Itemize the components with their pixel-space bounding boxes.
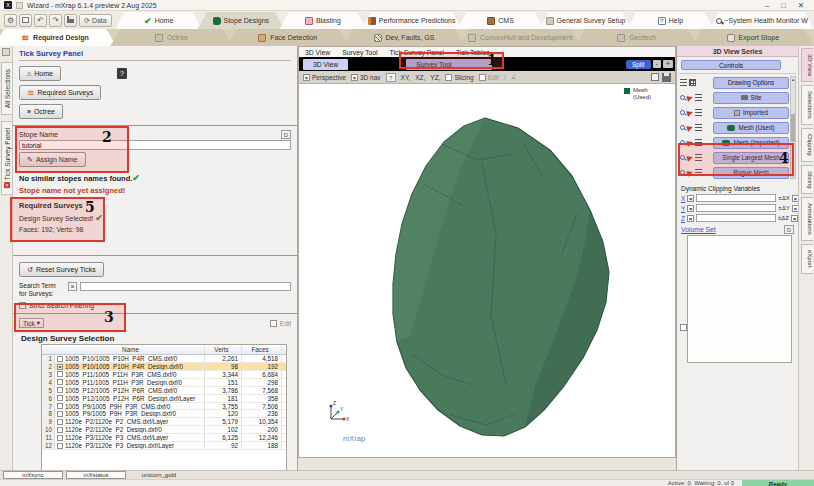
clear-search-icon[interactable]: × (68, 282, 77, 291)
edit-checkbox[interactable] (479, 74, 486, 81)
right-tab-3d-view[interactable]: 3D View (801, 48, 813, 82)
table-row[interactable]: 61005_P12/1005_P12H_P6R_Design.dxf/Layer… (42, 395, 286, 403)
add-view-button[interactable]: + (663, 60, 673, 68)
row-checkbox[interactable] (57, 419, 63, 425)
d-button[interactable]: D (281, 130, 291, 139)
window-layout-icon[interactable] (19, 14, 32, 27)
save-view-icon[interactable] (662, 73, 671, 82)
doc-tab-survey-tool[interactable]: Survey Tool (342, 49, 377, 56)
ribbon-tab-stope-designs[interactable]: Stope Designs (198, 12, 284, 29)
axis-label[interactable]: X (681, 195, 685, 202)
bottom-tab-mxsync[interactable]: mXsync (3, 471, 63, 479)
stope-mesh[interactable] (387, 112, 617, 442)
list-icon[interactable] (695, 124, 702, 131)
row-checkbox[interactable] (57, 435, 63, 441)
ribbon-tab-performance-predictions[interactable]: Performance Predictions (362, 12, 462, 29)
table-row[interactable]: 101120e_P2/1120e_P2_Design.dxf/0102200 (42, 426, 286, 434)
viewport-help-button[interactable]: ? (386, 73, 396, 82)
table-row[interactable]: 51005_P12/1005_P12H_P6R_CMS.dxf/03,7867,… (42, 387, 286, 395)
plane-xy-button[interactable]: XY, (401, 74, 411, 81)
slash-tool-icon[interactable]: / (504, 74, 506, 81)
row-checkbox[interactable] (57, 387, 63, 393)
row-checkbox[interactable] (57, 411, 63, 417)
sub-tab-face-detection[interactable]: Face Detection (227, 29, 349, 46)
tab-3d-view[interactable]: 3D View (303, 59, 348, 70)
row-checkbox[interactable] (57, 371, 63, 377)
bottom-tab-unicorn-gold[interactable]: unicorn_gold (129, 471, 189, 479)
row-checkbox[interactable] (57, 395, 63, 401)
home-button[interactable]: ⌂Home (19, 66, 61, 81)
table-row[interactable]: 41005_P11/1005_P11H_P3R_Design.dxf/01512… (42, 379, 286, 387)
zoom-icon[interactable] (680, 95, 685, 100)
list-icon[interactable] (680, 79, 687, 86)
clip-clear-checkbox[interactable] (687, 195, 694, 202)
sub-tab-dev-faults-gs[interactable]: Dev, Faults, GS (343, 29, 465, 46)
d-button[interactable]: D (784, 225, 794, 234)
grid-icon[interactable] (689, 79, 696, 86)
move-icon[interactable] (686, 94, 694, 102)
volume-set-list[interactable] (687, 235, 792, 363)
table-row[interactable]: 11005_P10/1005_P10H_P4R_CMS.dxf/02,2614,… (42, 355, 286, 363)
clip-clear-checkbox[interactable] (687, 205, 694, 212)
strip-checkbox[interactable] (2, 48, 10, 56)
menu-icon[interactable] (16, 2, 23, 9)
viewport-3d[interactable]: Mesh(Used) Z Y X mXrap (299, 84, 675, 457)
plane-xz-button[interactable]: XZ, (415, 74, 425, 81)
redo-icon[interactable]: ↷ (49, 14, 62, 27)
table-row[interactable]: 121120e_P3/1120e_P3_Design.dxf/Layer9218… (42, 442, 286, 450)
table-row[interactable]: 91120e_P2/1120e_P2_CMS.dxf/Layer5,17910,… (42, 418, 286, 426)
nav-checkbox[interactable] (351, 74, 358, 81)
scroll-up-icon[interactable]: ▲ (791, 77, 795, 82)
slicing-checkbox[interactable] (445, 74, 452, 81)
controls-button[interactable]: Controls (681, 60, 781, 70)
scroll-thumb[interactable] (791, 114, 795, 142)
sub-tab-convexhull-and-development[interactable]: ConvexHull and Development (459, 29, 581, 46)
table-row[interactable]: 111120e_P3/1120e_P3_CMS.dxf/Layer6,12512… (42, 434, 286, 442)
move-icon[interactable] (686, 109, 694, 117)
help-book-icon[interactable]: ? (117, 68, 127, 79)
ribbon-tab-cms[interactable]: CMS (458, 12, 544, 29)
required-surveys-button[interactable]: Required Surveys (19, 85, 101, 100)
move-icon[interactable] (686, 124, 694, 132)
list-icon[interactable] (695, 94, 702, 101)
perspective-checkbox[interactable] (303, 74, 310, 81)
tab-all-selections[interactable]: All Selections (1, 62, 12, 115)
right-tab-export[interactable]: eXport (801, 244, 813, 274)
split-button[interactable]: Split (626, 60, 651, 69)
sub-tab-required-design[interactable]: Required Design (0, 29, 116, 46)
save-icon[interactable] (64, 14, 77, 27)
table-row[interactable]: 31005_P11/1005_P11H_P3R_CMS.dxf/03,3446,… (42, 371, 286, 379)
clip-value-input[interactable] (696, 194, 776, 202)
close-button[interactable]: ✕ (798, 1, 804, 10)
edit-checkbox[interactable] (270, 320, 277, 327)
zoom-icon[interactable] (680, 125, 685, 130)
list-icon[interactable] (695, 109, 702, 116)
axis-label[interactable]: Z (681, 215, 685, 222)
ribbon-tab-help[interactable]: Help (627, 12, 713, 29)
sub-tab-geotech[interactable]: Geotech (575, 29, 697, 46)
clip-value-input[interactable] (696, 214, 776, 222)
close-icon[interactable]: × (4, 182, 10, 188)
right-tab-annotations[interactable]: Annotations (801, 197, 813, 241)
series-mesh-used[interactable]: Mesh (Used) (713, 122, 789, 134)
sub-tab-octree[interactable]: Octree (110, 29, 232, 46)
minimize-button[interactable]: – (765, 1, 769, 10)
right-tab-selections[interactable]: Selections (801, 85, 813, 125)
angle-tool-icon[interactable]: ∠ (511, 73, 517, 81)
reset-survey-ticks-button[interactable]: ↺Reset Survey Ticks (19, 262, 104, 277)
zoom-icon[interactable] (680, 110, 685, 115)
right-tab-clipping[interactable]: Clipping (801, 128, 813, 162)
refresh-data-button[interactable]: ⟳Data (79, 14, 112, 27)
maximize-button[interactable]: □ (781, 1, 786, 10)
column-name[interactable]: Name (55, 346, 205, 353)
screenshot-icon[interactable] (651, 73, 659, 81)
series-drawing-options[interactable]: Drawing Options (713, 77, 789, 89)
row-checkbox[interactable] (57, 364, 63, 370)
table-row[interactable]: 21005_P10/1005_P10H_P4R_Design.dxf/09819… (42, 363, 286, 371)
row-checkbox[interactable] (57, 403, 63, 409)
delta-clear-checkbox[interactable] (791, 215, 798, 222)
column-verts[interactable]: Verts (205, 346, 242, 353)
row-checkbox[interactable] (57, 379, 63, 385)
ribbon-tab-general-survey-setup[interactable]: General Survey Setup (540, 12, 632, 29)
ribbon-tab-home[interactable]: Home (116, 12, 202, 29)
